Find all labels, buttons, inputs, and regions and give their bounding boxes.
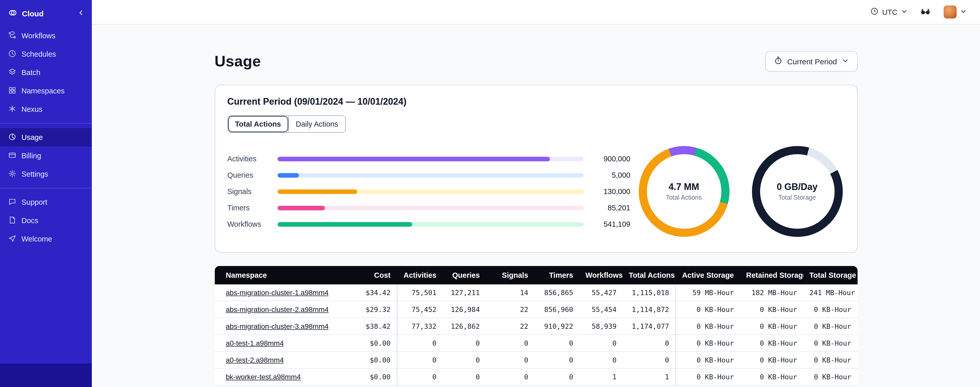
batch-icon bbox=[8, 68, 16, 77]
total-storage-cell: 0 KB-Hour bbox=[803, 352, 857, 369]
signals-cell: 0 bbox=[486, 335, 535, 352]
sidebar-item-settings[interactable]: Settings bbox=[0, 165, 92, 183]
sidebar-item-billing[interactable]: Billing bbox=[0, 147, 92, 165]
billing-icon bbox=[8, 151, 16, 161]
sidebar-item-nexus[interactable]: Nexus bbox=[0, 100, 92, 118]
queries-cell: 126,984 bbox=[442, 301, 486, 318]
activities-cell: 0 bbox=[397, 369, 442, 385]
usage-meters: Activities 900,000 Queries 5,000 Signals bbox=[227, 150, 630, 232]
column-header-activities: Activities bbox=[397, 266, 442, 285]
namespace-cell: abs-migration-cluster-2.a98mm4 bbox=[215, 301, 348, 318]
brand-label: Cloud bbox=[22, 9, 44, 18]
welcome-icon bbox=[8, 234, 16, 244]
column-header-active-storage: Active Storage bbox=[675, 266, 740, 285]
sidebar-item-label: Settings bbox=[21, 170, 48, 178]
meter-row-queries: Queries 5,000 bbox=[227, 167, 630, 183]
sidebar-item-label: Billing bbox=[21, 152, 41, 160]
timers-cell: 0 bbox=[535, 352, 579, 369]
settings-icon bbox=[8, 169, 16, 179]
sidebar-item-docs[interactable]: Docs bbox=[0, 211, 92, 230]
meter-value: 130,000 bbox=[583, 187, 630, 195]
meter-label: Queries bbox=[227, 171, 277, 179]
sidebar-item-label: Batch bbox=[21, 69, 40, 77]
column-header-namespace: Namespace bbox=[215, 266, 348, 285]
cost-cell: $38.42 bbox=[348, 318, 397, 335]
workflows-cell: 0 bbox=[579, 352, 623, 369]
workflows-cell: 1 bbox=[579, 369, 623, 385]
timezone-label: UTC bbox=[882, 8, 897, 16]
sidebar-divider bbox=[0, 188, 92, 189]
sidebar-item-label: Docs bbox=[21, 216, 38, 225]
timers-cell: 856,865 bbox=[535, 285, 579, 301]
sidebar-item-label: Support bbox=[21, 198, 48, 206]
workflows-icon bbox=[8, 31, 16, 41]
retained-storage-cell: 0 KB-Hour bbox=[740, 318, 803, 335]
active-storage-cell: 0 KB-Hour bbox=[675, 301, 740, 318]
user-menu[interactable] bbox=[943, 5, 967, 19]
namespace-link[interactable]: abs-migration-cluster-1.a98mm4 bbox=[226, 288, 329, 297]
column-header-retained-storage: Retained Storage bbox=[740, 266, 803, 285]
tab-daily-actions[interactable]: Daily Actions bbox=[288, 116, 345, 132]
retained-storage-cell: 0 KB-Hour bbox=[740, 352, 803, 369]
meter-label: Workflows bbox=[227, 220, 277, 228]
docs-icon bbox=[8, 216, 16, 225]
total-storage-cell: 0 KB-Hour bbox=[803, 301, 857, 318]
active-storage-cell: 59 MB-Hour bbox=[675, 285, 740, 301]
glasses-icon[interactable] bbox=[920, 5, 931, 19]
meter-label: Signals bbox=[227, 187, 277, 195]
timezone-selector[interactable]: UTC bbox=[870, 7, 908, 17]
meter-row-signals: Signals 130,000 bbox=[227, 183, 630, 200]
avatar bbox=[943, 5, 957, 19]
total-actions-cell: 0 bbox=[623, 352, 675, 369]
namespace-link[interactable]: a0-test-1.a98mm4 bbox=[226, 339, 284, 347]
retained-storage-cell: 182 MB-Hour bbox=[740, 285, 803, 301]
chevron-down-icon bbox=[960, 7, 967, 17]
total-actions-cell: 1,174,077 bbox=[623, 318, 675, 335]
cost-cell: $34.42 bbox=[348, 285, 397, 301]
sidebar-item-schedules[interactable]: Schedules bbox=[0, 45, 92, 63]
table-row: abs-migration-cluster-2.a98mm4 $29.32 75… bbox=[215, 301, 857, 318]
column-header-queries: Queries bbox=[442, 266, 486, 285]
page-scroll-area[interactable]: Usage Current Period Current Period (09/… bbox=[92, 24, 980, 387]
namespace-cell: bk-worker-test.a98mm4 bbox=[215, 369, 348, 385]
total-storage-cell: 0 KB-Hour bbox=[803, 318, 857, 335]
sidebar-item-label: Usage bbox=[21, 133, 43, 141]
active-storage-cell: 0 KB-Hour bbox=[675, 335, 740, 352]
retained-storage-cell: 0 KB-Hour bbox=[740, 369, 803, 385]
period-selector-button[interactable]: Current Period bbox=[765, 51, 857, 72]
meter-bar bbox=[277, 205, 583, 210]
namespace-usage-table: Namespace Cost Activities Queries Signal… bbox=[215, 266, 857, 385]
sidebar-item-support[interactable]: Support bbox=[0, 193, 92, 211]
sidebar-item-welcome[interactable]: Welcome bbox=[0, 230, 92, 248]
column-header-timers: Timers bbox=[535, 266, 579, 285]
meter-value: 541,109 bbox=[583, 220, 630, 228]
queries-cell: 0 bbox=[442, 335, 486, 352]
queries-cell: 126,862 bbox=[442, 318, 486, 335]
sidebar-item-workflows[interactable]: Workflows bbox=[0, 27, 92, 45]
sidebar-item-label: Nexus bbox=[21, 105, 42, 114]
meter-row-workflows: Workflows 541,109 bbox=[227, 216, 630, 232]
sidebar: Cloud Workflows Schedules Batch Namespac… bbox=[0, 0, 92, 387]
tab-total-actions[interactable]: Total Actions bbox=[228, 116, 288, 132]
clock-icon bbox=[870, 7, 878, 17]
namespace-link[interactable]: abs-migration-cluster-3.a98mm4 bbox=[226, 322, 329, 330]
sidebar-item-usage[interactable]: Usage bbox=[0, 128, 92, 147]
sidebar-item-namespaces[interactable]: Namespaces bbox=[0, 82, 92, 100]
namespace-link[interactable]: abs-migration-cluster-2.a98mm4 bbox=[226, 305, 329, 313]
signals-cell: 0 bbox=[486, 352, 535, 369]
activities-cell: 75,501 bbox=[397, 285, 442, 301]
sidebar-collapse-chevron-left-icon[interactable] bbox=[78, 9, 85, 18]
sidebar-item-batch[interactable]: Batch bbox=[0, 63, 92, 82]
namespace-link[interactable]: a0-test-2.a98mm4 bbox=[226, 356, 284, 364]
meter-label: Timers bbox=[227, 204, 277, 212]
total-actions-donut: 4.7 MM Total Actions bbox=[638, 146, 729, 237]
namespace-cell: a0-test-2.a98mm4 bbox=[215, 352, 348, 369]
column-header-total-storage: Total Storage bbox=[803, 266, 857, 285]
total-actions-cell: 1,114,872 bbox=[623, 301, 675, 318]
namespace-link[interactable]: bk-worker-test.a98mm4 bbox=[226, 373, 301, 381]
table-row: a0-test-2.a98mm4 $0.00 0 0 0 0 0 0 0 KB-… bbox=[215, 352, 857, 369]
main-area: UTC Usage bbox=[92, 0, 980, 387]
namespace-cell: abs-migration-cluster-3.a98mm4 bbox=[215, 318, 348, 335]
cost-cell: $0.00 bbox=[348, 335, 397, 352]
column-header-signals: Signals bbox=[486, 266, 535, 285]
